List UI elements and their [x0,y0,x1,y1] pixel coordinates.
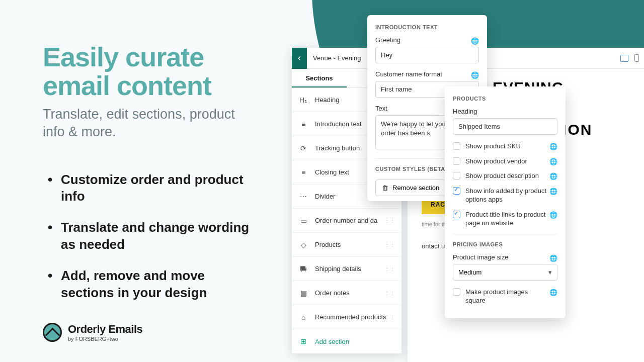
image-size-label: Product image size [453,253,557,261]
globe-icon[interactable]: 🌐 [549,157,557,166]
section-icon: ▤ [299,289,308,298]
desktop-icon[interactable] [620,55,628,62]
section-item[interactable]: ▭Order number and da⋮⋮ [292,209,401,233]
card-header: PRODUCTS [453,96,557,102]
products-settings-card: PRODUCTS Heading Show product SKU🌐Show p… [445,86,566,318]
mobile-icon[interactable] [634,54,639,62]
brand-logo: Orderly Emails by FORSBERG+two [43,323,142,342]
subheadline: Translate, edit sections, product info &… [43,106,254,141]
bullet-item: Translate and change wording as needed [43,219,254,253]
product-option-checkbox[interactable]: Show product vendor🌐 [453,157,557,166]
globe-icon[interactable]: 🌐 [549,187,557,196]
bullet-item: Customize order and product info [43,171,254,206]
drag-handle-icon[interactable]: ⋮⋮ [384,218,395,223]
product-option-checkbox[interactable]: Show info added by product options apps🌐 [453,187,557,204]
globe-icon[interactable]: 🌐 [549,288,557,297]
section-icon: ⋯ [299,192,308,201]
product-option-checkbox[interactable]: Show product description🌐 [453,171,557,180]
section-item[interactable]: ⛟Shipping details⋮⋮ [292,257,401,281]
section-item[interactable]: ⌂Recommended products⋮⋮ [292,305,401,329]
theme-title: Venue - Evening [307,54,361,62]
remove-section-button[interactable]: 🗑 Remove section [375,179,446,196]
globe-icon[interactable]: 🌐 [549,142,557,151]
globe-icon[interactable]: 🌐 [471,71,479,79]
globe-icon[interactable]: 🌐 [549,211,557,220]
globe-icon[interactable]: 🌐 [549,254,557,262]
back-button[interactable] [292,48,307,69]
add-section-button[interactable]: ⊞ Add section [292,329,401,353]
image-size-select[interactable]: Medium [453,264,557,281]
name-format-label: Customer name format [375,70,479,78]
feature-bullets: Customize order and product info Transla… [43,171,254,302]
product-option-checkbox[interactable]: Product title links to product page on w… [453,210,557,228]
section-icon: ⟳ [299,144,308,153]
heading-label: Heading [453,108,557,115]
drag-handle-icon[interactable]: ⋮⋮ [384,290,395,296]
bullet-item: Add, remove and move sections in your de… [43,267,254,302]
plus-icon: ⊞ [299,337,308,346]
globe-icon[interactable]: 🌐 [471,37,479,45]
greeting-input[interactable] [375,47,479,63]
pricing-images-header: PRICING IMAGES [453,234,557,247]
drag-handle-icon[interactable]: ⋮⋮ [384,266,395,272]
section-icon: ⌂ [299,313,308,322]
drag-handle-icon[interactable]: ⋮⋮ [384,242,395,247]
logo-icon [43,323,62,342]
products-heading-input[interactable] [453,118,557,135]
globe-icon[interactable]: 🌐 [549,172,557,181]
tab-sections[interactable]: Sections [292,69,347,87]
drag-handle-icon[interactable]: ⋮⋮ [384,314,395,320]
greeting-label: Greeting [375,36,479,44]
marketing-left: Easily curate email content Translate, e… [43,43,254,315]
section-icon: ◇ [299,240,308,249]
card-header: INTRODUCTION TEXT [375,24,479,30]
section-icon: ≡ [299,120,308,129]
brand-byline: by FORSBERG+two [68,336,142,342]
brand-name: Orderly Emails [68,323,142,336]
headline: Easily curate email content [43,43,254,100]
section-icon: ≡ [299,168,308,177]
square-images-checkbox[interactable]: Make product images square 🌐 [453,288,557,305]
trash-icon: 🗑 [382,184,388,192]
section-icon: ▭ [299,216,308,225]
section-icon: ⛟ [299,264,308,274]
section-item[interactable]: ◇Products⋮⋮ [292,233,401,257]
product-option-checkbox[interactable]: Show product SKU🌐 [453,142,557,151]
section-icon: H₁ [299,96,308,105]
section-item[interactable]: ▤Order notes⋮⋮ [292,281,401,305]
